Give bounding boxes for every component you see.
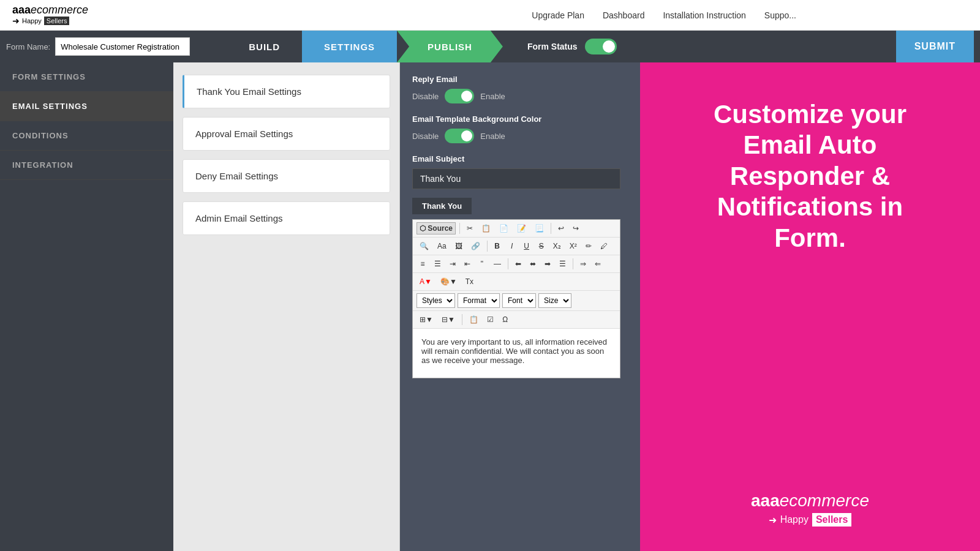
promo-logo: aaaecommerce ➜ Happy Sellers <box>751 491 869 527</box>
bg-disable-label: Disable <box>412 132 439 141</box>
copy-button[interactable]: 📋 <box>478 222 494 234</box>
promo-logo-main: aaaecommerce <box>751 491 869 511</box>
form-button[interactable]: 📋 <box>466 313 481 326</box>
undo-button[interactable]: ↩ <box>555 222 567 234</box>
toolbar-tabs: BUILD SETTINGS PUBLISH <box>227 31 503 62</box>
submit-button[interactable]: SUBMIT <box>896 31 974 62</box>
support-link[interactable]: Suppo... <box>764 10 796 20</box>
bg-enable-label: Enable <box>480 132 505 141</box>
promo-line4: Notifications in <box>717 192 903 221</box>
email-card-admin[interactable]: Admin Email Settings <box>183 201 390 235</box>
subscript-button[interactable]: X₂ <box>550 240 564 252</box>
blockquote-button[interactable]: " <box>476 258 488 270</box>
bg-color-toggle[interactable] <box>445 129 474 143</box>
paste-button[interactable]: 📄 <box>496 222 511 234</box>
find-button[interactable]: 🔍 <box>417 240 432 252</box>
align-center-button[interactable]: ⬌ <box>527 258 539 270</box>
align-justify-button[interactable]: ☰ <box>556 258 569 270</box>
align-right-button[interactable]: ➡ <box>541 258 554 270</box>
editor-toolbar-row4: A▼ 🎨▼ Tx <box>413 273 620 291</box>
checkbox-button[interactable]: ☑ <box>484 313 497 326</box>
reply-email-toggle[interactable] <box>445 89 474 103</box>
underline-button[interactable]: U <box>521 240 533 252</box>
promo-line1: Customize your <box>714 100 907 129</box>
logo-happy: Happy <box>22 17 42 24</box>
sidebar-item-conditions[interactable]: CONDITIONS <box>0 121 173 151</box>
tab-build[interactable]: BUILD <box>227 31 302 62</box>
color-button[interactable]: ✏ <box>582 240 595 252</box>
replace-button[interactable]: Aa <box>434 240 450 252</box>
toolbar-separator5 <box>573 258 573 269</box>
sidebar-item-integration[interactable]: INTEGRATION <box>0 151 173 180</box>
paste-text-button[interactable]: 📝 <box>514 222 529 234</box>
rtl-button[interactable]: ⇐ <box>592 258 604 270</box>
unordered-list-button[interactable]: ☰ <box>431 258 444 270</box>
form-status-label: Form Status <box>527 42 578 51</box>
outdent-button[interactable]: ⇤ <box>461 258 473 270</box>
tab-settings[interactable]: SETTINGS <box>302 31 397 62</box>
tab-publish[interactable]: PUBLISH <box>397 31 503 62</box>
ltr-button[interactable]: ⇒ <box>577 258 589 270</box>
promo-line5: Form. <box>774 223 846 252</box>
promo-sellers: Sellers <box>812 513 851 527</box>
dashboard-link[interactable]: Dashboard <box>603 10 645 20</box>
source-button[interactable]: ⬡ Source <box>417 222 456 234</box>
paste-word-button[interactable]: 📃 <box>532 222 547 234</box>
form-name-input[interactable] <box>55 37 190 56</box>
text-color-picker-button[interactable]: A▼ <box>417 276 435 288</box>
promo-line3: Responder & <box>730 162 890 190</box>
font-select[interactable]: Font <box>502 293 536 308</box>
email-card-approval[interactable]: Approval Email Settings <box>183 117 390 151</box>
sidebar-item-form-settings[interactable]: FORM SETTINGS <box>0 62 173 92</box>
form-status-area: Form Status <box>527 39 617 54</box>
italic-button[interactable]: I <box>506 240 518 252</box>
promo-logo-italic: ecommerce <box>780 491 869 510</box>
active-tab-indicator: Thank You <box>412 198 628 217</box>
reply-enable-label: Enable <box>480 92 505 101</box>
editor-toolbar-row1: ⬡ Source ✂ 📋 📄 📝 📃 ↩ ↪ <box>413 220 620 238</box>
email-card-deny[interactable]: Deny Email Settings <box>183 159 390 193</box>
ordered-list-button[interactable]: ≡ <box>417 258 429 270</box>
redo-button[interactable]: ↪ <box>570 222 582 234</box>
sidebar-item-email-settings[interactable]: EMAIL SETTINGS <box>0 92 173 121</box>
logo-sellers: Sellers <box>44 17 70 25</box>
upgrade-plan-link[interactable]: Upgrade Plan <box>532 10 584 20</box>
highlight-button[interactable]: 🖊 <box>597 240 611 252</box>
editor-toolbar-row3: ≡ ☰ ⇥ ⇤ " — ⬅ ⬌ ➡ ☰ ⇒ ⇐ <box>413 255 620 273</box>
promo-arrow-icon: ➜ <box>769 514 777 526</box>
form-toolbar: Form Name: BUILD SETTINGS PUBLISH Form S… <box>0 31 980 62</box>
logo-arrow-icon: ➜ <box>12 17 20 26</box>
table-button[interactable]: ⊞▼ <box>417 313 436 326</box>
form-status-toggle[interactable] <box>585 39 617 54</box>
bg-color-picker-button[interactable]: 🎨▼ <box>437 276 460 288</box>
form-name-label: Form Name: <box>6 42 50 51</box>
image-button[interactable]: 🖼 <box>452 240 466 252</box>
size-select[interactable]: Size <box>538 293 571 308</box>
source-icon: ⬡ <box>420 224 426 233</box>
bold-button[interactable]: B <box>491 240 503 252</box>
editor-toolbar-row6: ⊞▼ ⊟▼ 📋 ☑ Ω <box>413 311 620 329</box>
styles-select[interactable]: Styles <box>417 293 455 308</box>
rich-text-editor[interactable]: ⬡ Source ✂ 📋 📄 📝 📃 ↩ ↪ 🔍 Aa 🖼 🔗 <box>412 219 620 378</box>
hr-button[interactable]: — <box>491 258 504 270</box>
format-select[interactable]: Format <box>458 293 500 308</box>
remove-format-button[interactable]: Tx <box>462 276 477 288</box>
indent-button[interactable]: ⇥ <box>447 258 459 270</box>
email-card-thank-you[interactable]: Thank You Email Settings <box>183 75 390 108</box>
cut-button[interactable]: ✂ <box>464 222 476 234</box>
special-char-button[interactable]: Ω <box>499 313 511 326</box>
editor-body[interactable]: You are very important to us, all inform… <box>413 329 620 378</box>
table-edit-button[interactable]: ⊟▼ <box>439 313 458 326</box>
promo-panel: Customize your Email Auto Responder & No… <box>640 62 980 551</box>
promo-logo-bold: aaa <box>751 491 780 510</box>
promo-text: Customize your Email Auto Responder & No… <box>714 99 907 253</box>
align-left-button[interactable]: ⬅ <box>512 258 524 270</box>
email-subject-input[interactable] <box>412 168 620 189</box>
superscript-button[interactable]: X² <box>567 240 580 252</box>
link-button[interactable]: 🔗 <box>468 240 483 252</box>
source-label: Source <box>428 224 453 233</box>
toolbar-separator3 <box>487 241 488 252</box>
installation-link[interactable]: Installation Instruction <box>663 10 745 20</box>
promo-line2: Email Auto <box>744 130 877 159</box>
strikethrough-button[interactable]: S <box>535 240 548 252</box>
